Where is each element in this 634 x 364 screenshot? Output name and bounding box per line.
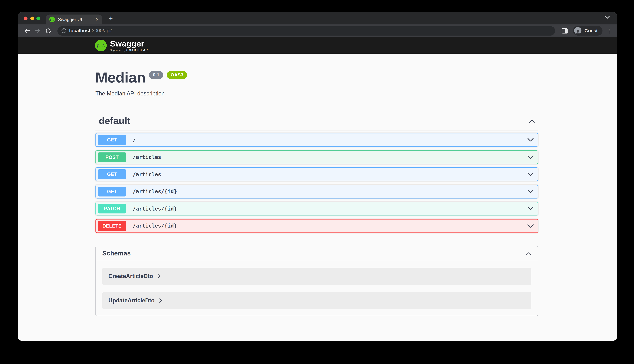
api-description: The Median API description <box>96 90 538 96</box>
method-badge: POST <box>98 152 126 162</box>
minimize-window-button[interactable] <box>30 16 34 20</box>
tab-strip: {…} Swagger UI × + <box>18 12 617 24</box>
back-icon[interactable] <box>22 26 32 35</box>
method-badge: DELETE <box>98 221 126 231</box>
url-path: :3000/api/ <box>90 28 112 34</box>
side-panel-icon[interactable] <box>560 26 569 35</box>
endpoint-row[interactable]: GET /articles/{id} <box>96 184 538 198</box>
method-badge: PATCH <box>98 204 126 213</box>
tab-swagger-ui[interactable]: {…} Swagger UI × <box>46 14 102 24</box>
chevron-down-icon[interactable] <box>527 207 534 211</box>
endpoint-row[interactable]: PATCH /articles/{id} <box>96 202 538 215</box>
schemas-header[interactable]: Schemas <box>96 246 538 261</box>
profile-button[interactable]: Guest <box>573 26 602 36</box>
tab-close-icon[interactable]: × <box>96 17 98 22</box>
method-badge: GET <box>98 186 126 196</box>
method-badge: GET <box>98 169 126 179</box>
swagger-brand-name: Swagger <box>110 40 148 48</box>
collapse-chevron-up-icon[interactable] <box>526 252 531 255</box>
swagger-brand-sub: Supported by SMARTBEAR <box>110 48 148 51</box>
endpoint-path: / <box>132 137 136 143</box>
method-badge: GET <box>98 135 126 145</box>
schemas-body: CreateArticleDto UpdateArticleDto <box>96 261 538 316</box>
more-vert-icon[interactable]: ⋮ <box>606 28 612 34</box>
close-window-button[interactable] <box>24 16 28 20</box>
browser-toolbar: localhost:3000/api/ Guest ⋮ <box>18 24 617 37</box>
endpoint-row[interactable]: GET /articles <box>96 167 538 181</box>
swagger-page: Median 0.1 OAS3 The Median API descripti… <box>18 54 617 312</box>
chevron-down-icon[interactable] <box>527 138 534 142</box>
tab-overview-chevron-icon[interactable] <box>604 16 610 19</box>
screen: {…} Swagger UI × + <box>0 0 634 364</box>
address-bar[interactable]: localhost:3000/api/ <box>58 26 555 36</box>
tab-title: Swagger UI <box>58 17 94 22</box>
url-text: localhost:3000/api/ <box>69 28 112 34</box>
endpoint-path: /articles/{id} <box>132 188 177 194</box>
collapse-chevron-up-icon[interactable] <box>529 119 535 122</box>
endpoint-path: /articles <box>132 171 161 177</box>
window-controls <box>24 16 40 20</box>
refresh-icon[interactable] <box>44 26 52 35</box>
browser-window: {…} Swagger UI × + <box>18 12 617 341</box>
schemas-section: Schemas CreateArticleDto <box>96 246 538 316</box>
api-title-row: Median 0.1 OAS3 <box>96 54 538 85</box>
endpoint-list: GET / POST /articles GET <box>96 133 538 233</box>
new-tab-button[interactable]: + <box>106 14 116 24</box>
page-title: Median <box>96 70 146 85</box>
chevron-down-icon[interactable] <box>527 155 534 159</box>
tag-name: default <box>98 115 130 127</box>
endpoint-row[interactable]: GET / <box>96 133 538 147</box>
endpoint-row[interactable]: DELETE /articles/{id} <box>96 219 538 233</box>
model-expand-chevron-right-icon[interactable] <box>158 274 161 278</box>
model-create-article-dto[interactable]: CreateArticleDto <box>102 268 531 285</box>
chevron-down-icon[interactable] <box>527 189 534 194</box>
avatar-icon <box>574 27 582 34</box>
version-badge: 0.1 <box>149 71 163 79</box>
tag-header-default[interactable]: default <box>96 115 538 131</box>
site-info-icon[interactable] <box>62 28 66 33</box>
endpoint-path: /articles <box>132 154 161 160</box>
model-name: UpdateArticleDto <box>108 297 154 304</box>
swagger-topbar: {…} Swagger Supported by SMARTBEAR <box>18 37 617 54</box>
model-update-article-dto[interactable]: UpdateArticleDto <box>102 292 531 309</box>
profile-name: Guest <box>584 28 598 33</box>
oas3-badge: OAS3 <box>166 71 187 79</box>
url-host: localhost <box>69 28 90 34</box>
forward-icon[interactable] <box>33 26 42 35</box>
swagger-brand: Swagger Supported by SMARTBEAR <box>110 40 148 51</box>
model-expand-chevron-right-icon[interactable] <box>160 298 162 303</box>
endpoint-row[interactable]: POST /articles <box>96 150 538 164</box>
swagger-logo-icon: {…} <box>95 40 107 51</box>
model-name: CreateArticleDto <box>108 273 153 279</box>
endpoint-path: /articles/{id} <box>132 206 177 212</box>
zoom-window-button[interactable] <box>36 16 40 20</box>
swagger-favicon-icon: {…} <box>49 16 55 22</box>
chevron-down-icon[interactable] <box>527 224 534 228</box>
schemas-title: Schemas <box>102 250 131 257</box>
chevron-down-icon[interactable] <box>527 172 534 176</box>
endpoint-path: /articles/{id} <box>132 223 177 229</box>
